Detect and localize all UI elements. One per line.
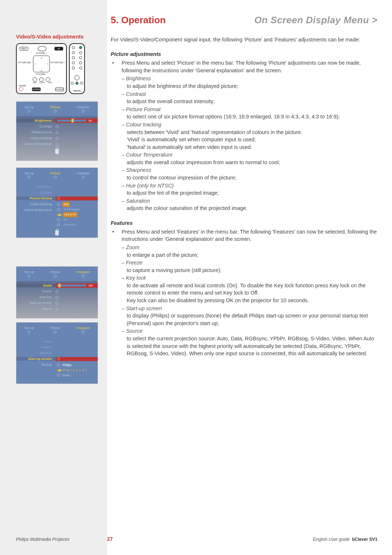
osd-body: Brightness 50 Contrast Picture format Co…	[16, 116, 98, 161]
osd-subpanel: Philips ◀▶P e r s o n a l None	[56, 362, 91, 378]
item-label: – Zoom	[122, 244, 377, 251]
list-item: – Picture Formatto select one of six pic…	[122, 106, 377, 121]
osd-tabs: Set up Picture Features	[16, 168, 98, 182]
osd-body: Brightness Contrast Picture format Colou…	[16, 182, 98, 238]
item-desc: to de-activate all remote and local cont…	[122, 282, 377, 297]
osd-tab-picture: Picture	[50, 105, 60, 113]
list-item: – Sourceto select the current projection…	[122, 327, 377, 357]
osd-tab-picture: Picture	[50, 270, 60, 278]
osd-features-zoom: Set up Picture Features Zoom Off Freeze …	[16, 266, 98, 319]
dpad: ∧ < > ∨	[33, 56, 50, 72]
osd-tab-picture: Picture	[50, 326, 60, 333]
osd-row: Brightness	[16, 184, 98, 190]
item-label: – Colour Temperature	[122, 151, 377, 159]
item-desc: adjusts the overall colour impression fr…	[122, 159, 377, 166]
item-label: – Picture Format	[122, 106, 377, 113]
item-desc: selects between 'Vivid' and 'Natural' re…	[122, 129, 377, 136]
bullet-lead: • Press Menu and select 'Features' in th…	[111, 228, 377, 243]
video-label: VIDEO	[48, 82, 52, 84]
list-item: – Brightnessto adjust the brightness of …	[122, 75, 377, 90]
osd-row-picformat: Picture format	[16, 129, 98, 135]
osd-row: Colour temperature	[16, 207, 56, 213]
item-desc: to select one of six picture format opti…	[122, 113, 377, 121]
osd-row-colourtracking: Colour tracking	[16, 135, 98, 141]
osd-sub: 4:3 to 16:9	[57, 222, 81, 227]
osd-row-picformat: Picture format	[16, 195, 98, 201]
page-number: 27	[107, 536, 113, 542]
list-item: – Zoomto enlarge a part of the picture;	[122, 244, 377, 259]
item-desc: to adjust the brightness of the displaye…	[122, 82, 377, 90]
osd-row-brightness: Brightness 50	[16, 118, 98, 123]
osd-tab-setup: Set up	[24, 270, 34, 278]
sidebar-heading: Video/S-Video adjustments	[16, 34, 100, 40]
vol-down-label: VOLUME –	[17, 73, 66, 75]
remote-body: MENU OK VOLUME + ∧ < > ∨ PICTURE SIZE – …	[16, 43, 67, 94]
osd-features-startup: Set up Picture Features Zoom Freeze Key …	[16, 322, 98, 384]
svideo-label: S-VIDEO	[39, 82, 45, 84]
item-label: – Key lock	[122, 274, 377, 282]
osd-tab-setup: Set up	[24, 171, 34, 179]
osd-row: Freeze	[16, 344, 98, 350]
list-item: – Sharpnessto control the contour impres…	[122, 166, 377, 181]
section-title-picture: Picture adjustments	[111, 51, 377, 57]
item-label: – Start-up screen	[122, 305, 377, 312]
osd-row: Start-up screen	[16, 300, 98, 306]
item-label: – Brightness	[122, 75, 377, 82]
osd-sub: 4:3	[57, 217, 81, 222]
osd-tabs: Set up Picture Features	[16, 102, 98, 116]
footer-right: English User guide bClever SV1	[313, 537, 377, 542]
osd-sub: None	[57, 373, 89, 378]
osd-sub: Philips	[57, 362, 89, 368]
osd-row-contrast: Contrast	[16, 123, 98, 129]
list-item: – Key lockto de-activate all remote and …	[122, 274, 377, 304]
item-desc: to adjust the overall contrast intensity…	[122, 98, 377, 105]
lock-icon	[55, 230, 59, 235]
item-desc: to capture a moving picture (still pictu…	[122, 267, 377, 274]
osd-row-zoom: Zoom Off	[16, 283, 98, 288]
ok-button: OK	[54, 47, 63, 50]
item-label: – Contrast	[122, 90, 377, 98]
picsize-minus-label: PICTURE SIZE –	[18, 61, 32, 64]
osd-row: Contrast	[16, 190, 98, 195]
osd-row: Key lock	[16, 350, 98, 356]
remote-graphic: MENU OK VOLUME + ∧ < > ∨ PICTURE SIZE – …	[16, 43, 100, 94]
main-content: 5. Operation On Screen Display Menu > Fo…	[107, 0, 392, 365]
osd-row: Freeze	[16, 288, 98, 294]
page-footer: Philips Multimedia Projector 27 English …	[16, 537, 377, 542]
features-block: • Press Menu and select 'Features' in th…	[111, 228, 377, 357]
footer-left: Philips Multimedia Projector	[16, 537, 70, 542]
item-desc: 'Vivid' is automatically set when comput…	[122, 136, 377, 143]
item-desc: to enlarge a part of the picture;	[122, 251, 377, 259]
osd-row: Key lock	[16, 294, 98, 300]
picture-block: • Press Menu and select 'Picture' in the…	[111, 59, 377, 212]
osd-subpanel: 16:9 16:9 Enlarged ◀▶16:9 in 4:3 4:3 4:3…	[56, 201, 82, 228]
chapter-header: 5. Operation On Screen Display Menu >	[111, 15, 377, 26]
section-title-features: Features	[111, 220, 377, 226]
data-label: DATA	[33, 82, 36, 84]
bullet-lead: • Press Menu and select 'Picture' in the…	[111, 59, 377, 74]
item-label: – Saturation	[122, 197, 377, 205]
osd-picture-format: Set up Picture Features Brightness Contr…	[16, 167, 98, 238]
list-item: – Saturationadjusts the colour saturatio…	[122, 197, 377, 212]
item-desc: to display (Philips) or suppresses (None…	[122, 312, 377, 327]
item-desc: to select the current projection source:…	[122, 335, 377, 357]
osd-sub: ◀▶16:9 in 4:3	[57, 212, 81, 217]
osd-tab-features: Features	[77, 270, 90, 278]
osd-row-startup: Start-up screen	[16, 356, 98, 362]
list-item: – Start-up screento display (Philips) or…	[122, 305, 377, 327]
sidebar: Video/S-Video adjustments MENU OK VOLUME…	[16, 34, 100, 390]
osd-row: Source	[16, 306, 98, 312]
item-desc: adjusts the colour saturation of the pro…	[122, 204, 377, 212]
picture-items: – Brightnessto adjust the brightness of …	[122, 75, 377, 212]
osd-body: Zoom Off Freeze Key lock Start-up screen…	[16, 281, 98, 318]
osd-row-colourtemp: Colour temperature	[16, 141, 98, 147]
intro-text: For Video/S-Video/Component signal input…	[111, 36, 377, 43]
list-item: – Colour Temperatureadjusts the overall …	[122, 151, 377, 166]
osd-tab-setup: Set up	[24, 326, 34, 333]
item-label: – Hue (only for NTSC)	[122, 182, 377, 190]
list-item: – Hue (only for NTSC)to adjust the tint …	[122, 182, 377, 197]
item-desc: to adjust the tint of the projected imag…	[122, 189, 377, 197]
brand-label: PHILIPS	[70, 90, 84, 92]
osd-tab-picture: Picture	[50, 171, 60, 179]
item-label: – Colour tracking	[122, 121, 377, 129]
